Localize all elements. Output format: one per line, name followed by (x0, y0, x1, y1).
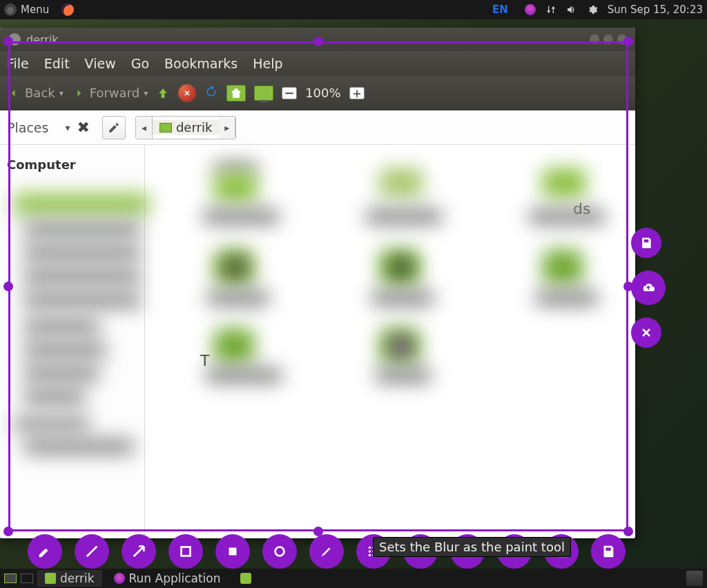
zoom-in-button[interactable]: ＋ (349, 87, 365, 99)
menu-view[interactable]: View (85, 56, 116, 71)
task-app[interactable] (233, 570, 259, 587)
menu-launcher[interactable]: ◎ Menu (4, 3, 49, 16)
up-button[interactable] (156, 86, 170, 100)
network-icon[interactable] (545, 4, 556, 15)
menu-go[interactable]: Go (131, 56, 149, 71)
home-icon (159, 123, 172, 133)
language-indicator[interactable]: EN (492, 3, 508, 16)
location-bar: Places ▾ ✖ ◂ derrik ▸ (0, 110, 635, 145)
system-tray: EN Sun Sep 15, 20:23 (492, 3, 703, 16)
handle-w[interactable] (3, 282, 13, 291)
crumb-next[interactable]: ▸ (219, 117, 235, 139)
window-minimize[interactable] (590, 35, 599, 44)
save-disk-icon (601, 544, 616, 559)
ellipse-tool[interactable] (262, 534, 297, 569)
svg-point-6 (369, 550, 371, 553)
handle-n[interactable] (313, 37, 323, 46)
svg-point-2 (275, 547, 284, 556)
folder-content[interactable]: ds T (145, 145, 635, 538)
handle-nw[interactable] (3, 37, 13, 46)
pencil-icon (37, 544, 52, 559)
edit-path-button[interactable] (102, 116, 126, 139)
computer-button[interactable] (254, 86, 273, 101)
taskbar: derrik Run Application (0, 569, 707, 588)
square-fill-icon (225, 544, 240, 559)
task-label: derrik (60, 571, 95, 585)
circle-outline-icon (272, 544, 287, 559)
crumb-label: derrik (176, 120, 212, 135)
zoom-level: 100% (305, 86, 340, 100)
app-icon (240, 573, 251, 584)
menu-file[interactable]: File (7, 56, 29, 71)
back-label: Back (25, 86, 55, 100)
forward-label: Forward (90, 86, 139, 100)
menubar: File Edit View Go Bookmarks Help (0, 51, 635, 76)
marker-icon (319, 544, 334, 559)
square-outline-icon (178, 544, 193, 559)
capture-side-actions (631, 228, 666, 348)
zoom-out-button[interactable]: − (282, 87, 297, 99)
sidebar-header: Computer (7, 157, 139, 172)
text-shard-left: T (200, 352, 209, 369)
menu-label: Menu (21, 3, 49, 16)
save-icon (639, 236, 653, 250)
breadcrumb: ◂ derrik ▸ (135, 116, 236, 139)
forward-dropdown-icon[interactable]: ▾ (144, 88, 148, 98)
rect-outline-tool[interactable] (168, 534, 203, 569)
save-tool[interactable] (591, 534, 626, 569)
close-panel-icon[interactable]: ✖ (77, 119, 89, 136)
home-button[interactable] (226, 85, 246, 101)
handle-ne[interactable] (623, 37, 633, 46)
close-icon (639, 326, 653, 340)
task-label: Run Application (129, 571, 221, 585)
forward-button[interactable]: Forward ▾ (72, 86, 148, 100)
sidebar: Computer (0, 145, 145, 538)
line-tool[interactable] (75, 534, 109, 569)
crumb-current[interactable]: derrik (153, 120, 219, 135)
places-selector[interactable]: Places ▾ (7, 120, 70, 135)
svg-point-9 (369, 554, 371, 557)
menu-edit[interactable]: Edit (44, 56, 70, 71)
workspace-1[interactable] (4, 574, 17, 583)
tooltip: Sets the Blur as the paint tool (373, 537, 571, 557)
rect-fill-tool[interactable] (215, 534, 250, 569)
places-label: Places (7, 120, 48, 135)
clock[interactable]: Sun Sep 15, 20:23 (608, 3, 703, 16)
upload-button[interactable] (631, 271, 666, 305)
stop-button[interactable] (178, 84, 196, 102)
svg-point-3 (369, 547, 371, 549)
firefox-icon[interactable] (61, 3, 74, 16)
flame-indicator-icon[interactable] (525, 4, 536, 15)
reload-button[interactable] (204, 85, 218, 101)
menu-help[interactable]: Help (253, 56, 282, 71)
save-local-button[interactable] (631, 228, 661, 258)
text-shard-right: ds (573, 200, 590, 217)
back-button[interactable]: Back ▾ (7, 86, 64, 100)
flame-icon (114, 573, 125, 584)
file-manager-window: derrik File Edit View Go Bookmarks Help … (0, 28, 635, 538)
volume-icon[interactable] (566, 4, 577, 15)
window-maximize[interactable] (603, 35, 613, 44)
arrow-tool[interactable] (122, 534, 156, 569)
crumb-prev[interactable]: ◂ (136, 117, 153, 139)
toolbar: Back ▾ Forward ▾ − 100% ＋ (0, 76, 635, 110)
task-derrik[interactable]: derrik (37, 570, 102, 587)
trash-icon[interactable] (686, 571, 703, 586)
back-dropdown-icon[interactable]: ▾ (59, 88, 64, 98)
chevron-down-icon: ▾ (65, 122, 70, 133)
settings-gear-icon[interactable] (587, 4, 598, 15)
ubuntu-logo-icon: ◎ (4, 3, 17, 16)
svg-rect-0 (182, 547, 191, 556)
task-run-app[interactable]: Run Application (106, 570, 229, 587)
arrow-icon (131, 544, 146, 559)
cancel-capture-button[interactable] (631, 317, 661, 348)
window-title: derrik (26, 33, 59, 46)
menu-bookmarks[interactable]: Bookmarks (164, 56, 238, 71)
top-panel: ◎ Menu EN Sun Sep 15, 20:23 (0, 0, 707, 19)
marker-tool[interactable] (309, 534, 344, 569)
handle-sw[interactable] (3, 527, 13, 536)
upload-cloud-icon (641, 281, 655, 295)
workspace-2[interactable] (21, 574, 33, 583)
line-icon (84, 544, 99, 559)
pencil-tool[interactable] (28, 534, 62, 569)
